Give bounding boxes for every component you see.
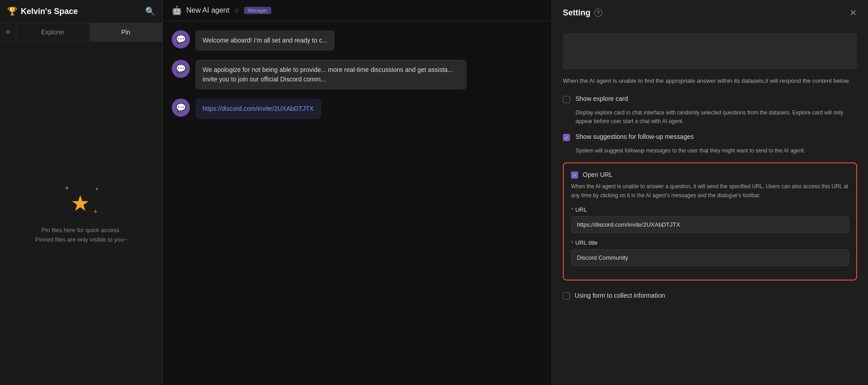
preview-box <box>563 33 857 69</box>
star-icon: ★ <box>71 190 90 216</box>
panel-title: Setting ? <box>563 8 602 18</box>
search-icon[interactable]: 🔍 <box>145 6 155 16</box>
sidebar: 🏆 Kelvin's Space 🔍 ≡ Explorer Pin + ★ + … <box>0 0 163 385</box>
show-suggestions-label: Show suggestions for follow-up messages <box>576 133 693 140</box>
url-title-label-text: URL title <box>575 239 597 246</box>
url-title-input[interactable] <box>571 249 849 266</box>
message-bubble-1: Welcome aboard! I'm all set and ready to… <box>195 30 335 51</box>
agent-title: New AI agent <box>186 6 229 14</box>
help-icon[interactable]: ? <box>594 9 602 17</box>
sidebar-tabs-row: ≡ Explorer Pin <box>0 23 162 42</box>
star-container: + ★ + + <box>63 182 99 219</box>
plus-icon-3: + <box>94 208 97 215</box>
url-title-required-star: * <box>571 239 573 247</box>
chat-message-3: 💬 https://discord.com/invite/2UXAbDTJTX <box>172 99 468 119</box>
manager-badge: Manager <box>244 7 271 14</box>
message-bubble-2: We apologize for not being able to provi… <box>195 60 467 90</box>
avatar-3: 💬 <box>172 99 190 117</box>
panel-content: When the AI agent is unable to find the … <box>552 26 868 385</box>
show-suggestions-row: Show suggestions for follow-up messages <box>563 133 857 141</box>
url-title-field-label: * URL title <box>571 239 849 247</box>
open-url-checkbox[interactable] <box>571 171 578 179</box>
using-form-checkbox[interactable] <box>563 292 570 299</box>
url-field-label: * URL <box>571 206 849 214</box>
show-suggestions-desc: System will suggest followup messages to… <box>563 147 857 155</box>
plus-icon-2: + <box>95 186 98 192</box>
open-url-header: Open URL <box>571 171 849 179</box>
avatar-2: 💬 <box>172 60 190 78</box>
show-explore-card-row: Show explore card <box>563 95 857 103</box>
show-explore-card-checkbox[interactable] <box>563 96 570 103</box>
trophy-icon: 🏆 <box>7 6 17 16</box>
sidebar-title: 🏆 Kelvin's Space <box>7 6 78 16</box>
menu-icon[interactable]: ≡ <box>0 24 16 40</box>
pin-hint: Pin files here for quick access. Pinned … <box>35 226 127 245</box>
url-required-star: * <box>571 206 573 214</box>
show-suggestions-checkbox[interactable] <box>563 134 570 141</box>
panel-header: Setting ? ✕ <box>552 0 868 26</box>
message-bubble-link[interactable]: https://discord.com/invite/2UXAbDTJTX <box>195 99 321 119</box>
plus-icon-1: + <box>65 184 69 192</box>
main-header: 🤖 New AI agent ☆ Manager <box>163 0 552 21</box>
tab-pin[interactable]: Pin <box>90 23 163 41</box>
show-explore-card-desc: Display explore card in chat interface w… <box>563 109 857 126</box>
avatar-1: 💬 <box>172 30 190 48</box>
sidebar-pin-content: + ★ + + Pin files here for quick access.… <box>0 42 162 385</box>
right-panel: Setting ? ✕ When the AI agent is unable … <box>552 0 868 385</box>
url-input[interactable] <box>571 216 849 233</box>
sidebar-header: 🏆 Kelvin's Space 🔍 <box>0 0 162 23</box>
main-chat-area: 🤖 New AI agent ☆ Manager 💬 Welcome aboar… <box>163 0 552 385</box>
using-form-row: Using form to collect information <box>563 288 857 299</box>
agent-icon: 🤖 <box>172 5 182 15</box>
url-title-field-group: * URL title <box>571 239 849 266</box>
close-button[interactable]: ✕ <box>849 7 857 18</box>
using-form-label: Using form to collect information <box>575 292 665 299</box>
open-url-section: Open URL When the AI agent is unable to … <box>563 162 857 280</box>
fallback-description: When the AI agent is unable to find the … <box>563 76 857 86</box>
sidebar-title-text: Kelvin's Space <box>21 7 78 16</box>
open-url-label: Open URL <box>583 171 613 178</box>
chat-message-2: 💬 We apologize for not being able to pro… <box>172 60 468 90</box>
tab-explorer[interactable]: Explorer <box>16 23 90 41</box>
favorite-star-icon[interactable]: ☆ <box>234 7 240 14</box>
chat-area: 💬 Welcome aboard! I'm all set and ready … <box>163 21 552 385</box>
panel-title-text: Setting <box>563 8 590 18</box>
url-field-group: * URL <box>571 206 849 233</box>
show-explore-card-label: Show explore card <box>576 95 628 102</box>
open-url-description: When the AI agent is unable to answer a … <box>571 182 849 200</box>
url-label-text: URL <box>575 206 587 213</box>
chat-message-1: 💬 Welcome aboard! I'm all set and ready … <box>172 30 468 51</box>
